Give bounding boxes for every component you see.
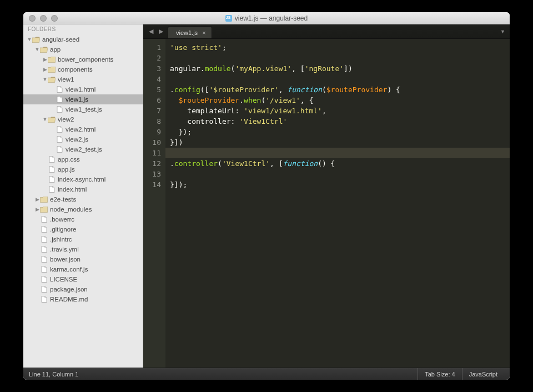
- disclosure-down-icon[interactable]: ▼: [42, 117, 48, 122]
- folder-icon: [40, 46, 48, 53]
- file-icon: [48, 156, 56, 163]
- folder-e2e-tests[interactable]: ▶e2e-tests: [23, 194, 143, 204]
- cursor-position[interactable]: Line 11, Column 1: [29, 371, 78, 378]
- disclosure-down-icon[interactable]: ▼: [34, 47, 40, 52]
- file-index-async-html[interactable]: index-async.html: [23, 174, 143, 184]
- file-license[interactable]: LICENSE: [23, 274, 143, 284]
- titlebar[interactable]: view1.js — angular-seed: [23, 12, 510, 24]
- file--jshintrc[interactable]: .jshintrc: [23, 234, 143, 244]
- file-icon: [56, 86, 63, 93]
- file-icon: [48, 176, 56, 183]
- folder-bower-components[interactable]: ▶bower_components: [23, 54, 143, 64]
- file-index-html[interactable]: index.html: [23, 184, 143, 194]
- editor-pane: ◀ ▶ view1.js × ▼ 1234567891011121314 'us…: [143, 24, 510, 368]
- tree-item-label: view1: [58, 76, 74, 83]
- tree-item-label: .bowerrc: [50, 216, 74, 223]
- tree-item-label: view2.js: [66, 136, 88, 143]
- file-bower-json[interactable]: bower.json: [23, 254, 143, 264]
- file-icon: [56, 126, 63, 133]
- code-content[interactable]: 'use strict'; angular.module('myApp.view…: [165, 39, 510, 368]
- file-package-json[interactable]: package.json: [23, 284, 143, 294]
- file-icon: [40, 266, 48, 273]
- file-icon: [56, 146, 63, 153]
- tab-history-forward-icon[interactable]: ▶: [155, 28, 167, 35]
- tab-bar[interactable]: ◀ ▶ view1.js × ▼: [143, 24, 510, 39]
- file-icon: [40, 256, 48, 263]
- sidebar: FOLDERS ▼angular-seed▼app▶bower_componen…: [23, 24, 143, 368]
- code-area[interactable]: 1234567891011121314 'use strict'; angula…: [143, 39, 510, 368]
- file-app-js[interactable]: app.js: [23, 164, 143, 174]
- tree-item-label: node_modules: [50, 206, 92, 213]
- tree-item-label: view2.html: [66, 126, 95, 133]
- folder-icon: [48, 56, 56, 63]
- file-icon: [40, 236, 48, 243]
- tree-item-label: view2_test.js: [66, 146, 102, 153]
- file-view1-test-js[interactable]: view1_test.js: [23, 104, 143, 114]
- folder-view2[interactable]: ▼view2: [23, 114, 143, 124]
- tab-history-back-icon[interactable]: ◀: [145, 28, 157, 35]
- folder-angular-seed[interactable]: ▼angular-seed: [23, 34, 143, 44]
- editor-window: view1.js — angular-seed FOLDERS ▼angular…: [23, 12, 510, 380]
- file-view1-html[interactable]: view1.html: [23, 84, 143, 94]
- file-icon: [48, 186, 56, 193]
- file--bowerrc[interactable]: .bowerrc: [23, 214, 143, 224]
- file-icon: [56, 136, 63, 143]
- tab-size-selector[interactable]: Tab Size: 4: [418, 368, 461, 380]
- file-icon: [40, 216, 48, 223]
- file-icon: [56, 96, 63, 103]
- language-selector[interactable]: JavaScript: [462, 368, 504, 380]
- disclosure-right-icon[interactable]: ▶: [34, 197, 40, 202]
- file--gitignore[interactable]: .gitignore: [23, 224, 143, 234]
- file-icon: [40, 296, 48, 303]
- folder-app[interactable]: ▼app: [23, 44, 143, 54]
- window-title-text: view1.js — angular-seed: [235, 14, 308, 22]
- folder-icon: [32, 36, 40, 43]
- file-icon: [48, 166, 56, 173]
- tree-item-label: .gitignore: [50, 226, 76, 233]
- disclosure-right-icon[interactable]: ▶: [42, 67, 48, 72]
- file-view2-js[interactable]: view2.js: [23, 134, 143, 144]
- folder-node-modules[interactable]: ▶node_modules: [23, 204, 143, 214]
- disclosure-right-icon[interactable]: ▶: [42, 57, 48, 62]
- tree-item-label: app: [50, 46, 61, 53]
- disclosure-right-icon[interactable]: ▶: [34, 207, 40, 212]
- file-view2-test-js[interactable]: view2_test.js: [23, 144, 143, 154]
- file-icon: [56, 106, 63, 113]
- tab-label: view1.js: [176, 29, 198, 36]
- tree-item-label: e2e-tests: [50, 196, 76, 203]
- file-tree[interactable]: ▼angular-seed▼app▶bower_components▶compo…: [23, 34, 143, 368]
- tree-item-label: components: [58, 66, 93, 73]
- folder-view1[interactable]: ▼view1: [23, 74, 143, 84]
- tree-item-label: bower.json: [50, 256, 81, 263]
- line-number-gutter: 1234567891011121314: [143, 39, 165, 368]
- folder-icon: [48, 76, 56, 83]
- tree-item-label: bower_components: [58, 56, 113, 63]
- file--travis-yml[interactable]: .travis.yml: [23, 244, 143, 254]
- file-karma-conf-js[interactable]: karma.conf.js: [23, 264, 143, 274]
- tree-item-label: view1_test.js: [66, 106, 102, 113]
- file-readme-md[interactable]: README.md: [23, 294, 143, 304]
- tree-item-label: index-async.html: [58, 176, 105, 183]
- tree-item-label: view1.html: [66, 86, 95, 93]
- disclosure-down-icon[interactable]: ▼: [42, 77, 48, 82]
- file-view2-html[interactable]: view2.html: [23, 124, 143, 134]
- folder-icon: [48, 116, 56, 123]
- file-view1-js[interactable]: view1.js: [23, 94, 143, 104]
- folder-components[interactable]: ▶components: [23, 64, 143, 74]
- tab-view1-js[interactable]: view1.js ×: [168, 26, 212, 38]
- tree-item-label: package.json: [50, 286, 88, 293]
- file-icon: [40, 276, 48, 283]
- file-icon: [40, 226, 48, 233]
- tree-item-label: karma.conf.js: [50, 266, 88, 273]
- folder-icon: [40, 206, 48, 213]
- folder-icon: [40, 196, 48, 203]
- tree-item-label: index.html: [58, 186, 87, 193]
- file-app-css[interactable]: app.css: [23, 154, 143, 164]
- file-icon: [40, 246, 48, 253]
- tree-item-label: .travis.yml: [50, 246, 79, 253]
- disclosure-down-icon[interactable]: ▼: [27, 37, 32, 42]
- tab-overflow-icon[interactable]: ▼: [496, 29, 510, 34]
- tree-item-label: app.css: [58, 156, 80, 163]
- close-tab-icon[interactable]: ×: [202, 29, 205, 36]
- tree-item-label: .jshintrc: [50, 236, 72, 243]
